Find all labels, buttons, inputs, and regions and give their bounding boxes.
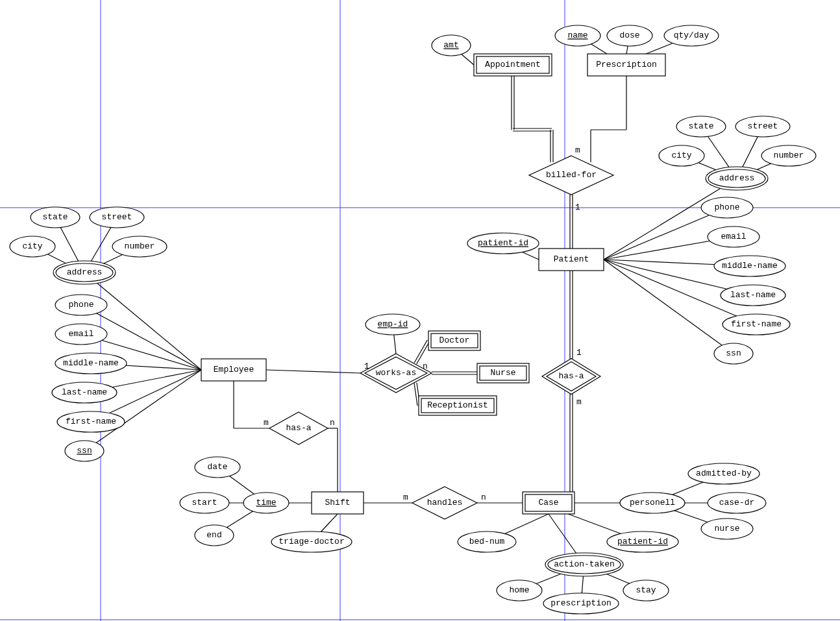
svg-text:first-name: first-name bbox=[731, 319, 782, 329]
attr-middle: middle-name bbox=[55, 353, 127, 374]
svg-text:works-as: works-as bbox=[376, 368, 416, 378]
svg-text:bed-num: bed-num bbox=[469, 537, 505, 546]
attr-city: city bbox=[659, 145, 704, 166]
attr-prescription: prescription bbox=[543, 593, 619, 614]
svg-text:Patient: Patient bbox=[554, 254, 589, 264]
attr-phone: phone bbox=[55, 295, 107, 315]
attr-patientid: patient-id bbox=[607, 531, 678, 552]
attr-street: street bbox=[90, 207, 144, 228]
svg-text:name: name bbox=[567, 30, 587, 40]
attr-ssn: ssn bbox=[65, 441, 104, 461]
attr-middle: middle-name bbox=[714, 256, 785, 276]
svg-line-45 bbox=[417, 341, 430, 364]
svg-text:last-name: last-name bbox=[730, 290, 776, 300]
svg-text:number: number bbox=[125, 241, 155, 251]
svg-text:Shift: Shift bbox=[325, 498, 350, 507]
rel-billed-for: billed-for bbox=[529, 156, 613, 195]
attr-first: first-name bbox=[723, 314, 790, 335]
svg-text:street: street bbox=[102, 212, 132, 222]
svg-text:dose: dose bbox=[619, 30, 639, 40]
attr-end: end bbox=[195, 525, 234, 546]
svg-line-26 bbox=[604, 178, 737, 260]
svg-text:prescription: prescription bbox=[550, 598, 611, 608]
attr-time: time bbox=[243, 493, 289, 513]
svg-text:city: city bbox=[671, 151, 691, 160]
svg-text:state: state bbox=[688, 121, 713, 131]
entity-nurse: Nurse bbox=[477, 363, 529, 383]
attr-email: email bbox=[708, 226, 760, 247]
entity-doctor: Doctor bbox=[428, 331, 480, 350]
attr-number: number bbox=[761, 145, 816, 166]
svg-text:address: address bbox=[719, 173, 755, 183]
entity-employee: Employee bbox=[201, 359, 266, 381]
svg-text:start: start bbox=[191, 498, 217, 507]
svg-text:1: 1 bbox=[575, 202, 580, 212]
attr-nurse: nurse bbox=[701, 518, 753, 539]
svg-text:Nurse: Nurse bbox=[490, 368, 515, 378]
svg-text:time: time bbox=[256, 498, 276, 507]
svg-text:phone: phone bbox=[714, 202, 739, 212]
attr-last: last-name bbox=[721, 285, 785, 306]
svg-text:n: n bbox=[423, 361, 428, 371]
svg-text:1: 1 bbox=[576, 348, 582, 358]
svg-text:nurse: nurse bbox=[714, 524, 739, 533]
attr-city: city bbox=[10, 236, 55, 257]
svg-text:stay: stay bbox=[636, 585, 656, 595]
svg-text:patient-id: patient-id bbox=[478, 238, 528, 248]
svg-text:triage-doctor: triage-doctor bbox=[278, 537, 344, 546]
entity-patient: Patient bbox=[539, 249, 604, 271]
svg-text:n: n bbox=[330, 418, 335, 428]
svg-text:m: m bbox=[575, 145, 580, 155]
attr-last: last-name bbox=[52, 382, 117, 403]
svg-text:ssn: ssn bbox=[726, 348, 741, 358]
attr-personell: personell bbox=[620, 493, 685, 513]
attr-actiontaken: action-taken bbox=[545, 553, 623, 576]
svg-text:m: m bbox=[576, 397, 582, 407]
attr-home: home bbox=[497, 580, 542, 601]
entity-receptionist: Receptionist bbox=[419, 396, 497, 415]
attr-dose: dose bbox=[607, 25, 652, 46]
svg-text:state: state bbox=[42, 212, 68, 222]
attr-patient-id: patient-id bbox=[467, 233, 539, 254]
svg-text:date: date bbox=[207, 462, 227, 472]
svg-text:city: city bbox=[22, 241, 42, 251]
attr-stay: stay bbox=[623, 580, 669, 601]
attr-start: start bbox=[180, 493, 229, 513]
svg-text:billed-for: billed-for bbox=[546, 170, 597, 180]
attr-ssn: ssn bbox=[714, 343, 753, 364]
rel-works-as: works-as bbox=[360, 354, 432, 393]
svg-text:handles: handles bbox=[427, 498, 463, 507]
svg-text:qty/day: qty/day bbox=[674, 30, 710, 40]
svg-line-46 bbox=[414, 340, 427, 363]
svg-text:has-a: has-a bbox=[558, 371, 584, 381]
attr-street: street bbox=[735, 116, 790, 137]
entity-prescription: Prescription bbox=[587, 54, 665, 76]
svg-text:Case: Case bbox=[538, 498, 558, 507]
attr-admittedby: admitted-by bbox=[688, 463, 760, 484]
svg-text:m: m bbox=[264, 418, 269, 428]
svg-text:street: street bbox=[748, 121, 778, 131]
svg-text:first-name: first-name bbox=[66, 417, 116, 426]
entity-appointment: Appointment bbox=[474, 54, 552, 76]
svg-text:Prescription: Prescription bbox=[596, 60, 657, 69]
svg-text:admitted-by: admitted-by bbox=[696, 469, 752, 478]
rel-has-a-pat: has-a bbox=[542, 359, 600, 395]
attr-bednum: bed-num bbox=[458, 531, 516, 552]
svg-text:address: address bbox=[67, 267, 103, 277]
attr-address: address bbox=[706, 167, 768, 190]
attr-phone: phone bbox=[701, 197, 753, 218]
svg-text:number: number bbox=[774, 151, 804, 160]
svg-line-43 bbox=[84, 370, 201, 451]
rel-handles: handles bbox=[412, 487, 477, 519]
svg-text:has-a: has-a bbox=[286, 423, 311, 433]
attr-triage: triage-doctor bbox=[271, 531, 352, 552]
attr-qtyday: qty/day bbox=[664, 25, 719, 46]
svg-text:case-dr: case-dr bbox=[719, 498, 755, 507]
svg-text:emp-id: emp-id bbox=[378, 319, 408, 329]
svg-text:last-name: last-name bbox=[62, 387, 107, 397]
attr-number: number bbox=[112, 236, 167, 257]
svg-text:amt: amt bbox=[443, 40, 458, 50]
attr-email: email bbox=[55, 324, 107, 345]
svg-text:ssn: ssn bbox=[77, 446, 92, 456]
entity-case: Case bbox=[523, 492, 574, 514]
